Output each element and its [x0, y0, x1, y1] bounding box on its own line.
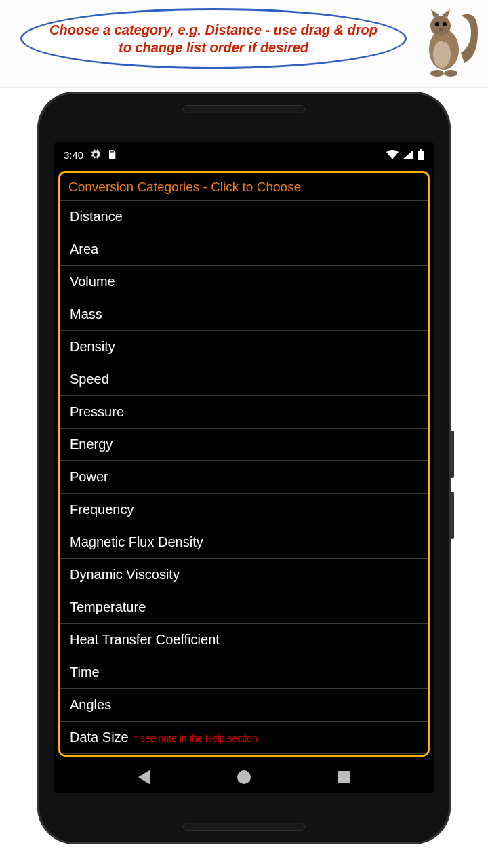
- speech-bubble: Choose a category, e.g. Distance - use d…: [20, 8, 407, 69]
- earpiece-top: [183, 105, 305, 113]
- category-label: Mass: [70, 307, 102, 322]
- list-item[interactable]: Density: [60, 331, 428, 363]
- svg-point-6: [430, 70, 444, 77]
- app-content: Conversion Categories - Click to Choose …: [58, 171, 430, 757]
- list-item[interactable]: Volume: [60, 266, 428, 298]
- list-item[interactable]: Mass: [60, 298, 428, 331]
- category-label: Time: [70, 665, 100, 680]
- list-item[interactable]: Magnetic Flux Density: [60, 526, 428, 559]
- signal-icon: [403, 150, 413, 159]
- category-label: Distance: [70, 209, 123, 224]
- list-item[interactable]: Power: [60, 461, 428, 494]
- gear-icon: [90, 149, 101, 160]
- category-label: Heat Transfer Coefficient: [70, 632, 220, 648]
- svg-rect-9: [418, 151, 424, 160]
- svg-point-3: [435, 22, 439, 26]
- list-item[interactable]: Dynamic Viscosity: [60, 559, 428, 591]
- list-item[interactable]: Angles: [60, 689, 428, 722]
- list-item[interactable]: Pressure: [60, 396, 428, 429]
- category-label: Frequency: [70, 502, 134, 517]
- svg-point-7: [444, 70, 458, 77]
- battery-icon: [418, 149, 424, 160]
- list-item[interactable]: Time: [60, 656, 428, 689]
- list-item[interactable]: Distance: [60, 201, 428, 233]
- svg-point-1: [433, 41, 451, 68]
- category-label: Speed: [70, 372, 109, 387]
- category-label: Angles: [70, 697, 111, 713]
- category-label: Data Size: [70, 730, 129, 745]
- svg-point-5: [439, 28, 443, 31]
- svg-point-2: [430, 16, 451, 36]
- category-label: Pressure: [70, 404, 124, 420]
- phone-frame: 3:40 Conversion Categories - Click to Ch…: [37, 92, 451, 844]
- category-label: Area: [70, 241, 98, 257]
- side-button: [451, 431, 454, 478]
- list-item[interactable]: Speed: [60, 363, 428, 396]
- list-item[interactable]: Frequency: [60, 494, 428, 526]
- nav-bar: [54, 761, 434, 793]
- list-item[interactable]: Temperature: [60, 591, 428, 624]
- side-button: [451, 492, 454, 539]
- svg-rect-8: [420, 149, 422, 151]
- nav-recent-button[interactable]: [338, 771, 350, 783]
- nav-back-button[interactable]: [138, 770, 150, 785]
- hint-banner: Choose a category, e.g. Distance - use d…: [0, 0, 488, 88]
- status-time: 3:40: [64, 149, 83, 161]
- category-label: Dynamic Viscosity: [70, 567, 180, 583]
- earpiece-bottom: [183, 823, 305, 831]
- category-label: Energy: [70, 437, 113, 452]
- category-label: Density: [70, 339, 115, 355]
- status-bar: 3:40: [54, 142, 434, 167]
- svg-point-4: [443, 22, 447, 26]
- wifi-icon: [386, 150, 399, 159]
- category-label: Magnetic Flux Density: [70, 534, 203, 550]
- squirrel-mascot: [413, 5, 481, 80]
- category-note: * see note in the Help section: [134, 733, 258, 744]
- hint-text: Choose a category, e.g. Distance - use d…: [49, 21, 378, 56]
- list-item[interactable]: Heat Transfer Coefficient: [60, 624, 428, 656]
- category-label: Volume: [70, 274, 115, 290]
- category-list[interactable]: DistanceAreaVolumeMassDensitySpeedPressu…: [60, 201, 428, 755]
- app-header: Conversion Categories - Click to Choose: [60, 173, 428, 201]
- category-label: Power: [70, 469, 108, 485]
- nav-home-button[interactable]: [237, 770, 251, 784]
- list-item[interactable]: Area: [60, 233, 428, 266]
- list-item[interactable]: Data Size* see note in the Help section: [60, 722, 428, 754]
- category-label: Temperature: [70, 599, 146, 615]
- sd-card-icon: [106, 149, 117, 160]
- list-item[interactable]: Energy: [60, 429, 428, 461]
- phone-screen: 3:40 Conversion Categories - Click to Ch…: [54, 142, 434, 793]
